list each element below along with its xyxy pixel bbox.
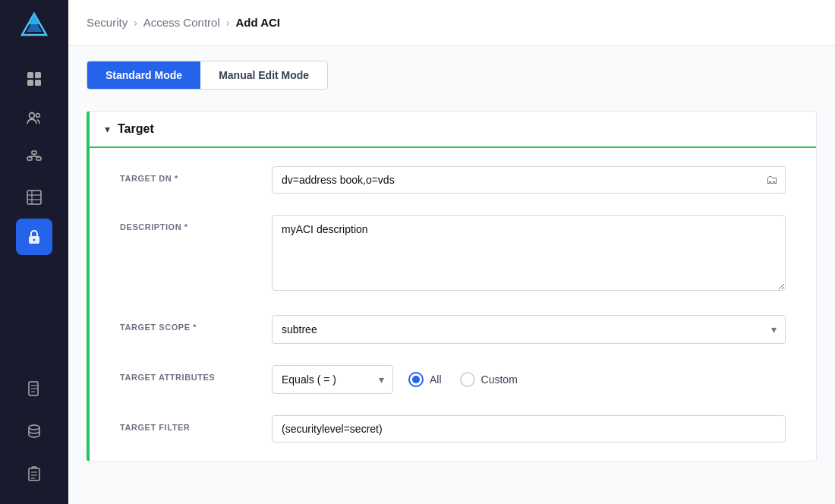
attributes-row: Equals ( = ) Not Equals ( != ) ▾ All [272,365,786,394]
section-header: ▾ Target [90,112,816,148]
target-dn-row: TARGET DN * 🗂 [120,166,786,194]
target-dn-control: 🗂 [272,166,786,194]
description-control: myACI description [272,215,786,294]
radio-all-label: All [430,373,442,386]
folder-icon[interactable]: 🗂 [766,173,778,187]
radio-custom-label: Custom [481,373,518,386]
tab-standard-mode[interactable]: Standard Mode [87,61,200,89]
svg-point-19 [29,425,39,430]
breadcrumb-sep-1: › [134,17,137,29]
equals-select-wrapper: Equals ( = ) Not Equals ( != ) ▾ [272,365,393,394]
target-scope-control: subtree base one ▾ [272,315,786,344]
radio-group: All Custom [408,372,518,387]
radio-custom-option[interactable]: Custom [460,372,518,387]
svg-rect-12 [27,191,41,204]
target-filter-control [272,415,786,443]
section-body: TARGET DN * 🗂 DESCRIPTION * myACI descri… [90,148,816,461]
section-title: Target [118,122,154,136]
breadcrumb-access-control[interactable]: Access Control [143,16,220,29]
svg-rect-9 [32,151,36,154]
svg-point-8 [36,114,40,118]
lock-icon[interactable] [16,219,52,255]
main-content: Security › Access Control › Add ACI Stan… [68,0,835,504]
header: Security › Access Control › Add ACI [68,0,835,46]
svg-point-7 [30,113,35,118]
tab-manual-edit-mode[interactable]: Manual Edit Mode [200,61,327,89]
users-icon[interactable] [16,100,52,137]
svg-rect-3 [27,72,33,78]
target-section: ▾ Target TARGET DN * 🗂 DESCRIPTIO [87,111,817,461]
content-area: Standard Mode Manual Edit Mode ▾ Target … [68,46,835,504]
description-textarea[interactable]: myACI description [272,215,786,291]
target-scope-label: TARGET SCOPE * [120,315,257,332]
hierarchy-icon[interactable] [16,140,52,176]
target-attributes-row: TARGET ATTRIBUTES Equals ( = ) Not Equal… [120,365,786,394]
breadcrumb-security[interactable]: Security [87,16,128,29]
breadcrumb-sep-2: › [226,17,230,29]
svg-marker-2 [28,14,40,24]
target-attributes-control: Equals ( = ) Not Equals ( != ) ▾ All [272,365,786,394]
svg-rect-5 [27,80,33,86]
target-scope-row: TARGET SCOPE * subtree base one ▾ [120,315,786,344]
target-attributes-label: TARGET ATTRIBUTES [120,365,257,382]
sidebar [0,0,68,504]
target-dn-input[interactable] [272,166,786,194]
table-icon[interactable] [16,179,52,216]
svg-point-17 [33,239,36,241]
database-icon[interactable] [16,413,52,449]
equals-select[interactable]: Equals ( = ) Not Equals ( != ) [272,365,393,394]
target-dn-input-wrapper: 🗂 [272,166,786,194]
radio-custom-circle [460,372,475,387]
svg-rect-11 [36,157,41,160]
description-label: DESCRIPTION * [120,215,257,232]
clipboard-icon[interactable] [16,455,52,492]
mode-tabs: Standard Mode Manual Edit Mode [87,61,328,90]
section-collapse-icon[interactable]: ▾ [105,123,110,135]
target-filter-input[interactable] [272,415,786,443]
target-filter-row: TARGET FILTER [120,415,786,443]
app-logo [17,9,51,43]
document-icon[interactable] [16,370,52,407]
description-row: DESCRIPTION * myACI description [120,215,786,294]
radio-all-option[interactable]: All [408,372,442,387]
target-dn-label: TARGET DN * [120,166,257,183]
dashboard-icon[interactable] [16,61,52,97]
svg-rect-6 [35,80,41,86]
target-scope-select[interactable]: subtree base one [272,315,786,344]
svg-rect-10 [27,157,32,160]
radio-all-circle [408,372,424,387]
breadcrumb-current: Add ACI [235,16,280,29]
svg-rect-4 [35,72,41,78]
target-filter-label: TARGET FILTER [120,415,257,432]
target-scope-select-wrapper: subtree base one ▾ [272,315,786,344]
